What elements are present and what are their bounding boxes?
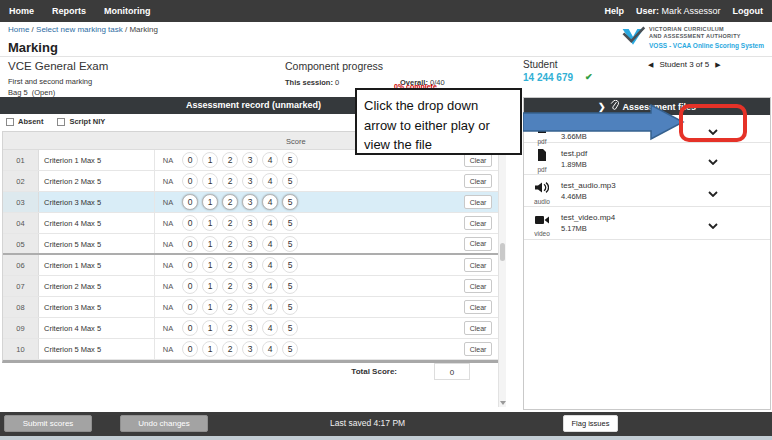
score-button[interactable]: 1 — [202, 194, 218, 210]
script-niy-checkbox[interactable]: Script NIY — [57, 117, 105, 126]
score-button[interactable]: 1 — [202, 299, 218, 315]
score-button[interactable]: 2 — [222, 257, 238, 273]
score-button[interactable]: 0 — [182, 278, 198, 294]
scrollbar[interactable] — [498, 115, 506, 407]
score-button[interactable]: 4 — [262, 194, 278, 210]
clear-button[interactable]: Clear — [464, 300, 492, 314]
score-button[interactable]: 3 — [242, 278, 258, 294]
next-student-icon[interactable]: ▶ — [715, 61, 720, 69]
score-button[interactable]: 5 — [282, 257, 298, 273]
score-button[interactable]: 0 — [182, 215, 198, 231]
nav-help[interactable]: Help — [604, 6, 624, 16]
score-button[interactable]: 5 — [282, 278, 298, 294]
score-button[interactable]: 4 — [262, 173, 278, 189]
checkbox-icon[interactable] — [6, 118, 14, 126]
score-button[interactable]: 4 — [262, 215, 278, 231]
na-button[interactable]: NA — [155, 339, 181, 359]
score-button[interactable]: 2 — [222, 173, 238, 189]
nav-logout[interactable]: Logout — [733, 6, 764, 16]
scrollbar-down-icon[interactable] — [500, 401, 506, 405]
submit-scores-button[interactable]: Submit scores — [4, 415, 92, 432]
na-button[interactable]: NA — [155, 171, 181, 191]
score-button[interactable]: 4 — [262, 257, 278, 273]
clear-button[interactable]: Clear — [464, 279, 492, 293]
absent-checkbox[interactable]: Absent — [6, 117, 43, 126]
checkbox-icon[interactable] — [57, 118, 65, 126]
score-button[interactable]: 5 — [282, 320, 298, 336]
file-dropdown-arrow[interactable] — [704, 185, 722, 198]
score-button[interactable]: 3 — [242, 215, 258, 231]
score-button[interactable]: 4 — [262, 320, 278, 336]
score-button[interactable]: 2 — [222, 299, 238, 315]
scrollbar-thumb[interactable] — [500, 243, 505, 261]
clear-button[interactable]: Clear — [464, 174, 492, 188]
file-dropdown-arrow[interactable] — [704, 153, 722, 166]
clear-button[interactable]: Clear — [464, 216, 492, 230]
score-button[interactable]: 2 — [222, 278, 238, 294]
score-button[interactable]: 5 — [282, 341, 298, 357]
na-button[interactable]: NA — [155, 213, 181, 233]
score-button[interactable]: 5 — [282, 152, 298, 168]
score-button[interactable]: 0 — [182, 341, 198, 357]
score-button[interactable]: 1 — [202, 173, 218, 189]
score-button[interactable]: 0 — [182, 152, 198, 168]
nav-reports[interactable]: Reports — [52, 6, 86, 16]
score-button[interactable]: 0 — [182, 194, 198, 210]
clear-button[interactable]: Clear — [464, 342, 492, 356]
score-button[interactable]: 3 — [242, 320, 258, 336]
clear-button[interactable]: Clear — [464, 153, 492, 167]
score-button[interactable]: 3 — [242, 152, 258, 168]
file-dropdown-arrow[interactable] — [704, 217, 722, 230]
student-id-link[interactable]: 14 244 679 — [523, 72, 573, 83]
score-button[interactable]: 3 — [242, 257, 258, 273]
score-button[interactable]: 2 — [222, 152, 238, 168]
score-button[interactable]: 1 — [202, 257, 218, 273]
na-button[interactable]: NA — [155, 318, 181, 338]
nav-home[interactable]: Home — [9, 6, 34, 16]
score-button[interactable]: 5 — [282, 194, 298, 210]
breadcrumb-home-link[interactable]: Home — [8, 25, 29, 34]
na-button[interactable]: NA — [155, 297, 181, 317]
score-button[interactable]: 2 — [222, 215, 238, 231]
clear-button[interactable]: Clear — [464, 237, 492, 251]
score-button[interactable]: 5 — [282, 299, 298, 315]
score-button[interactable]: 4 — [262, 236, 278, 252]
na-button[interactable]: NA — [155, 192, 181, 212]
prev-student-icon[interactable]: ◀ — [648, 61, 653, 69]
breadcrumb-task-link[interactable]: Select new marking task — [36, 25, 123, 34]
score-button[interactable]: 0 — [182, 257, 198, 273]
score-button[interactable]: 3 — [242, 236, 258, 252]
score-button[interactable]: 1 — [202, 215, 218, 231]
score-button[interactable]: 2 — [222, 236, 238, 252]
score-button[interactable]: 4 — [262, 341, 278, 357]
na-button[interactable]: NA — [155, 234, 181, 253]
score-button[interactable]: 1 — [202, 341, 218, 357]
na-button[interactable]: NA — [155, 150, 181, 170]
clear-button[interactable]: Clear — [464, 258, 492, 272]
score-button[interactable]: 4 — [262, 152, 278, 168]
clear-button[interactable]: Clear — [464, 195, 492, 209]
score-button[interactable]: 3 — [242, 299, 258, 315]
score-button[interactable]: 0 — [182, 320, 198, 336]
score-button[interactable]: 4 — [262, 278, 278, 294]
score-button[interactable]: 4 — [262, 299, 278, 315]
score-button[interactable]: 1 — [202, 320, 218, 336]
score-button[interactable]: 0 — [182, 236, 198, 252]
na-button[interactable]: NA — [155, 276, 181, 296]
score-button[interactable]: 5 — [282, 215, 298, 231]
score-button[interactable]: 1 — [202, 152, 218, 168]
score-button[interactable]: 0 — [182, 299, 198, 315]
score-button[interactable]: 2 — [222, 194, 238, 210]
clear-button[interactable]: Clear — [464, 321, 492, 335]
score-button[interactable]: 2 — [222, 320, 238, 336]
flag-issues-button[interactable]: Flag issues — [563, 415, 618, 432]
score-button[interactable]: 5 — [282, 173, 298, 189]
score-button[interactable]: 3 — [242, 194, 258, 210]
score-button[interactable]: 3 — [242, 341, 258, 357]
score-button[interactable]: 5 — [282, 236, 298, 252]
score-button[interactable]: 3 — [242, 173, 258, 189]
undo-changes-button[interactable]: Undo changes — [120, 415, 208, 432]
score-button[interactable]: 1 — [202, 278, 218, 294]
score-button[interactable]: 1 — [202, 236, 218, 252]
nav-monitoring[interactable]: Monitoring — [104, 6, 151, 16]
